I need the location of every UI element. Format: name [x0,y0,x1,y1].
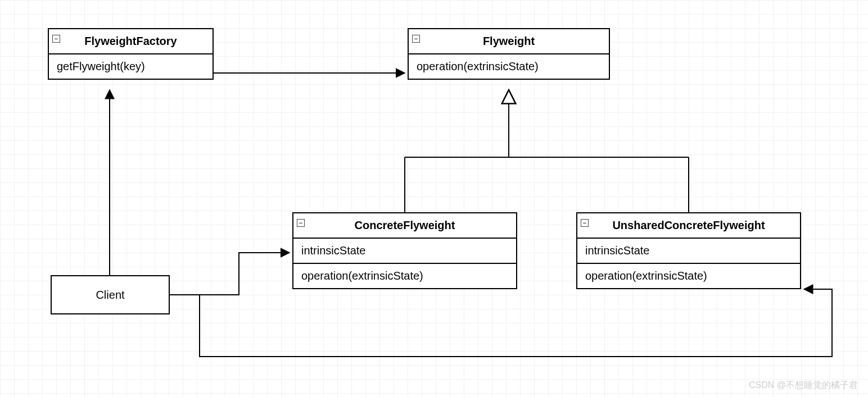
collapse-icon[interactable]: − [581,219,589,227]
class-title: − ConcreteFlyweight [293,213,516,239]
class-concrete-flyweight[interactable]: − ConcreteFlyweight intrinsicState opera… [292,212,517,289]
class-unshared-concrete-flyweight[interactable]: − UnsharedConcreteFlyweight intrinsicSta… [576,212,801,289]
class-attribute: intrinsicState [293,239,516,264]
class-name: ConcreteFlyweight [355,219,455,231]
class-title: − FlyweightFactory [49,29,213,54]
class-method: getFlyweight(key) [49,54,213,79]
class-method: operation(extrinsicState) [409,54,609,79]
class-name: UnsharedConcreteFlyweight [612,219,765,231]
class-name: Client [96,289,124,302]
class-name: FlyweightFactory [84,35,177,47]
class-flyweight-factory[interactable]: − FlyweightFactory getFlyweight(key) [48,28,214,80]
class-client[interactable]: Client [51,275,170,314]
collapse-icon[interactable]: − [52,35,60,43]
class-method: operation(extrinsicState) [577,264,800,288]
class-flyweight[interactable]: − Flyweight operation(extrinsicState) [408,28,610,80]
class-attribute: intrinsicState [577,239,800,264]
class-title: − UnsharedConcreteFlyweight [577,213,800,239]
collapse-icon[interactable]: − [412,35,420,43]
collapse-icon[interactable]: − [297,219,305,227]
class-name: Flyweight [483,35,535,47]
class-method: operation(extrinsicState) [293,264,516,288]
watermark: CSDN @不想睡觉的橘子君 [749,380,858,391]
class-title: − Flyweight [409,29,609,54]
